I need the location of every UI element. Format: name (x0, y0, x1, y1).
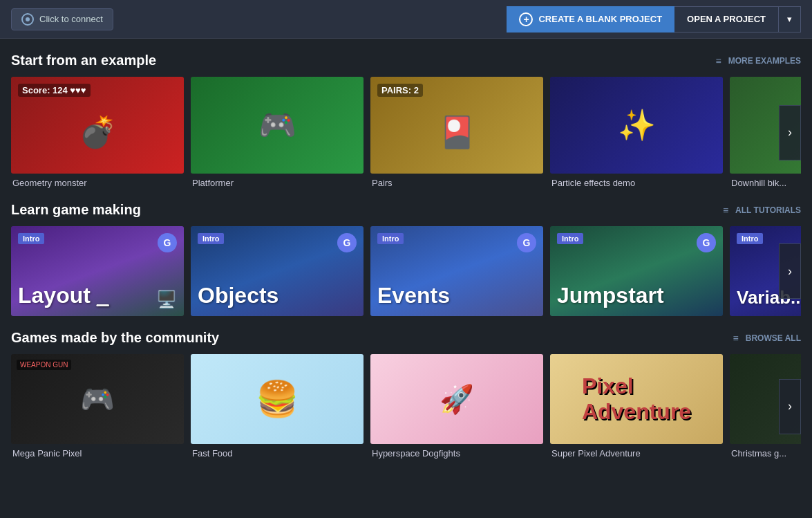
tutorials-section: Learn game making ≡ ALL TUTORIALS Intro … (11, 202, 801, 316)
community-carousel-wrapper: 🎮 WEAPON GUN Mega Panic Pixel 🍔 Fast Foo… (11, 354, 801, 459)
create-label: CREATE A BLANK PROJECT (538, 14, 662, 24)
tutorial-thumb-layout: Intro G Layout _ 🖥️ (11, 226, 184, 316)
layout-deco: 🖥️ (156, 290, 177, 309)
community-thumb-fastfood: 🍔 (191, 354, 363, 444)
examples-carousel-wrapper: Score: 124 ♥♥♥ 💣 Geometry monster 🎮 Plat… (11, 77, 801, 188)
geometry-deco: 💣 (79, 114, 117, 150)
browse-all-label: BROWSE ALL (746, 333, 801, 343)
chevron-down-icon: ▾ (787, 14, 792, 24)
tutorial-card-objects[interactable]: Intro G Objects (191, 226, 363, 316)
platformer-deco: 🎮 (258, 107, 296, 143)
intro-badge-variables: Intro (737, 233, 763, 244)
super-title-deco: PixelAdventure (582, 373, 691, 425)
list-icon: ≡ (715, 55, 721, 66)
examples-carousel: Score: 124 ♥♥♥ 💣 Geometry monster 🎮 Plat… (11, 77, 801, 188)
community-section-header: Games made by the community ≡ BROWSE ALL (11, 330, 801, 346)
intro-title-events: Events (377, 284, 450, 306)
gdevelop-logo-layout: G (158, 233, 177, 252)
intro-title-jumpstart: Jumpstart (557, 284, 664, 306)
list-icon-tutorials: ≡ (723, 205, 728, 216)
fastfood-deco: 🍔 (256, 379, 299, 419)
community-card-hyper[interactable]: 🚀 Hyperspace Dogfights (370, 354, 543, 459)
pairs-deco: 🎴 (438, 114, 476, 150)
community-thumb-hyper: 🚀 (370, 354, 543, 444)
connect-icon (21, 13, 34, 26)
connect-button[interactable]: Click to connect (11, 8, 113, 30)
all-tutorials-label: ALL TUTORIALS (735, 205, 801, 215)
example-card-geometry[interactable]: Score: 124 ♥♥♥ 💣 Geometry monster (11, 77, 184, 188)
all-tutorials-link[interactable]: ≡ ALL TUTORIALS (723, 205, 801, 216)
mega-deco: 🎮 (80, 383, 115, 416)
intro-title-layout: Layout _ (18, 284, 109, 306)
mega-label-deco: WEAPON GUN (17, 360, 71, 370)
example-card-particles[interactable]: ✨ Particle effects demo (550, 77, 723, 188)
tutorial-card-jumpstart[interactable]: Intro G Jumpstart (550, 226, 723, 316)
community-card-super[interactable]: PixelAdventure Super Pixel Adventure (550, 354, 723, 459)
intro-badge-jumpstart: Intro (557, 233, 583, 244)
community-card-fastfood[interactable]: 🍔 Fast Food (191, 354, 363, 459)
tutorials-next-arrow[interactable]: › (779, 243, 801, 299)
open-project-button[interactable]: OPEN A PROJECT (674, 6, 779, 33)
intro-badge-objects: Intro (198, 233, 224, 244)
example-thumb-platformer: 🎮 (191, 77, 363, 174)
community-label-hyper: Hyperspace Dogfights (370, 448, 543, 459)
header-actions: + CREATE A BLANK PROJECT OPEN A PROJECT … (507, 6, 801, 33)
list-icon-community: ≡ (733, 333, 739, 344)
intro-badge-events: Intro (377, 233, 404, 244)
pairs-score-text: PAIRS: 2 (377, 84, 423, 97)
browse-all-link[interactable]: ≡ BROWSE ALL (733, 333, 801, 344)
examples-next-arrow[interactable]: › (779, 105, 801, 160)
example-thumb-geometry: Score: 124 ♥♥♥ 💣 (11, 77, 184, 174)
intro-title-objects: Objects (198, 284, 278, 306)
particles-deco: ✨ (618, 107, 656, 143)
examples-section-header: Start from an example ≡ MORE EXAMPLES (11, 53, 801, 68)
examples-title: Start from an example (11, 53, 156, 68)
tutorial-card-events[interactable]: Intro G Events (370, 226, 543, 316)
example-label-geometry: Geometry monster (11, 178, 184, 188)
tutorial-thumb-events: Intro G Events (370, 226, 543, 316)
example-thumb-particles: ✨ (550, 77, 723, 174)
example-card-pairs[interactable]: PAIRS: 2 🎴 Pairs (370, 77, 543, 188)
gdevelop-logo-events: G (517, 233, 536, 252)
community-thumb-mega: 🎮 WEAPON GUN (11, 354, 184, 444)
community-carousel: 🎮 WEAPON GUN Mega Panic Pixel 🍔 Fast Foo… (11, 354, 801, 459)
plus-circle-icon: + (519, 12, 533, 26)
community-card-mega[interactable]: 🎮 WEAPON GUN Mega Panic Pixel (11, 354, 184, 459)
tutorial-thumb-jumpstart: Intro G Jumpstart (550, 226, 723, 316)
intro-badge-layout: Intro (18, 233, 44, 244)
gdevelop-logo-objects: G (337, 233, 357, 252)
hyper-deco: 🚀 (440, 383, 474, 416)
tutorial-thumb-objects: Intro G Objects (191, 226, 363, 316)
connect-label: Click to connect (39, 14, 103, 24)
header: Click to connect + CREATE A BLANK PROJEC… (0, 0, 812, 39)
tutorials-title: Learn game making (11, 202, 141, 218)
community-label-mega: Mega Panic Pixel (11, 448, 184, 459)
community-label-fastfood: Fast Food (191, 448, 363, 459)
more-examples-link[interactable]: ≡ MORE EXAMPLES (715, 55, 801, 66)
community-title: Games made by the community (11, 330, 219, 346)
main-content: Start from an example ≡ MORE EXAMPLES Sc… (0, 39, 812, 518)
gdevelop-logo-jumpstart: G (697, 233, 716, 252)
tutorials-carousel: Intro G Layout _ 🖥️ Intro G Objects (11, 226, 801, 316)
community-thumb-super: PixelAdventure (550, 354, 723, 444)
more-examples-label: MORE EXAMPLES (728, 56, 801, 66)
example-card-platformer[interactable]: 🎮 Platformer (191, 77, 363, 188)
tutorials-carousel-wrapper: Intro G Layout _ 🖥️ Intro G Objects (11, 226, 801, 316)
open-label: OPEN A PROJECT (687, 14, 766, 24)
score-text: Score: 124 ♥♥♥ (18, 84, 91, 97)
example-thumb-pairs: PAIRS: 2 🎴 (370, 77, 543, 174)
example-label-downhill: Downhill bik... (730, 178, 801, 188)
example-label-pairs: Pairs (370, 178, 543, 188)
community-next-arrow[interactable]: › (779, 379, 801, 434)
community-label-xmas: Christmas g... (730, 448, 801, 459)
tutorial-card-layout[interactable]: Intro G Layout _ 🖥️ (11, 226, 184, 316)
community-label-super: Super Pixel Adventure (550, 448, 723, 459)
tutorials-section-header: Learn game making ≡ ALL TUTORIALS (11, 202, 801, 218)
svg-point-0 (26, 17, 30, 21)
create-blank-project-button[interactable]: + CREATE A BLANK PROJECT (507, 6, 674, 33)
example-label-platformer: Platformer (191, 178, 363, 188)
open-project-dropdown-button[interactable]: ▾ (779, 6, 801, 33)
examples-section: Start from an example ≡ MORE EXAMPLES Sc… (11, 53, 801, 188)
example-label-particles: Particle effects demo (550, 178, 723, 188)
community-section: Games made by the community ≡ BROWSE ALL… (11, 330, 801, 459)
